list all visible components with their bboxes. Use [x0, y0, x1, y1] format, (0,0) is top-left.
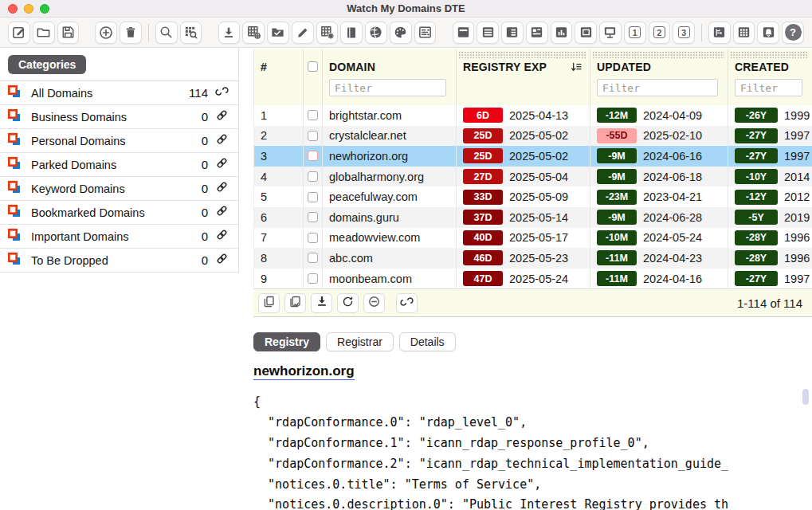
unlink-button[interactable]: [396, 293, 418, 313]
folder-open-icon: [36, 25, 51, 40]
created-filter-input[interactable]: [735, 79, 802, 96]
view-2-button[interactable]: 2: [649, 22, 671, 44]
open-folder-button[interactable]: [33, 22, 55, 44]
column-drag-handle[interactable]: [458, 51, 586, 58]
view-3-button[interactable]: 3: [673, 22, 695, 44]
help-button[interactable]: ?: [782, 22, 804, 44]
link-icon[interactable]: [215, 204, 229, 221]
column-header-registry-exp[interactable]: REGISTRY EXP: [457, 49, 590, 105]
column-drag-handle[interactable]: [730, 51, 809, 58]
sort-descending-icon[interactable]: [570, 61, 583, 77]
globe-button[interactable]: [365, 22, 387, 44]
link-icon[interactable]: [215, 180, 229, 197]
layout-side-button[interactable]: [501, 22, 524, 44]
table-row[interactable]: 5 peacefulway.com 33D2025-05-09 -23M2023…: [253, 186, 812, 207]
category-item[interactable]: Bookmarked Domains 0: [0, 201, 238, 225]
column-header-updated[interactable]: UPDATED: [590, 49, 728, 105]
category-item[interactable]: All Domains 114: [0, 81, 238, 105]
copy-button[interactable]: [258, 293, 280, 313]
notebook-button[interactable]: [340, 22, 363, 44]
detail-scrollbar-thumb[interactable]: [802, 389, 809, 405]
workstation-button[interactable]: [599, 22, 622, 44]
row-checkbox[interactable]: [308, 110, 318, 120]
table-row[interactable]: 4 globalharmony.org 27D2025-05-04 -9M202…: [253, 167, 812, 187]
table-row[interactable]: 8 abc.com 46D2025-05-23 -11M2024-04-23 -…: [253, 248, 812, 269]
domain-cell[interactable]: domains.guru: [323, 207, 457, 228]
layout-chart-button[interactable]: [551, 22, 573, 44]
palette-button[interactable]: [390, 22, 412, 44]
link-icon[interactable]: [215, 228, 229, 245]
tab-registrar[interactable]: Registrar: [326, 332, 394, 351]
domain-link[interactable]: newhorizon.org: [253, 363, 355, 380]
row-checkbox[interactable]: [308, 253, 318, 263]
form-list-button[interactable]: [414, 22, 437, 44]
add-domain-button[interactable]: [95, 22, 117, 44]
domain-filter-input[interactable]: [329, 79, 446, 96]
edit-button[interactable]: [292, 22, 314, 44]
import-button[interactable]: [218, 22, 241, 44]
column-header-domain[interactable]: DOMAIN: [323, 49, 457, 105]
link-icon[interactable]: [215, 108, 229, 125]
folder-check-button[interactable]: [267, 22, 289, 44]
export-button[interactable]: [311, 293, 332, 313]
row-checkbox[interactable]: [308, 212, 318, 222]
alerts-button[interactable]: [757, 22, 779, 44]
domain-cell[interactable]: abc.com: [323, 248, 457, 269]
layout-calendar-button[interactable]: [453, 22, 475, 44]
remove-button[interactable]: [363, 293, 385, 313]
table-row[interactable]: 9 moonbeam.com 47D2025-05-24 -11M2024-04…: [253, 269, 812, 289]
column-drag-handle[interactable]: [592, 51, 724, 58]
domain-cell[interactable]: peacefulway.com: [323, 186, 457, 207]
row-checkbox[interactable]: [308, 192, 318, 202]
table-add-button[interactable]: [242, 22, 265, 44]
row-checkbox[interactable]: [308, 273, 318, 284]
copy-check-button[interactable]: [284, 293, 306, 313]
category-item[interactable]: Important Domains 0: [0, 225, 238, 249]
domain-cell[interactable]: meadowview.com: [323, 228, 457, 249]
delete-domain-button[interactable]: [120, 22, 142, 44]
tab-registry[interactable]: Registry: [253, 332, 320, 351]
column-header-created[interactable]: CREATED: [728, 49, 812, 105]
layout-split-button[interactable]: [526, 22, 548, 44]
column-tree-button[interactable]: [708, 22, 731, 44]
layout-rows-button[interactable]: [477, 22, 499, 44]
updated-filter-input[interactable]: [597, 79, 718, 96]
domain-cell[interactable]: crystalclear.net: [323, 126, 457, 147]
unlink-icon[interactable]: [215, 84, 229, 101]
search-button[interactable]: [155, 22, 178, 44]
row-checkbox[interactable]: [308, 131, 318, 141]
save-button[interactable]: [57, 22, 80, 44]
column-header-num[interactable]: #: [254, 49, 304, 105]
category-item[interactable]: Parked Domains 0: [0, 153, 238, 177]
domain-cell[interactable]: newhorizon.org: [323, 146, 457, 167]
table-row[interactable]: 6 domains.guru 37D2025-05-14 -9M2024-06-…: [253, 207, 812, 228]
category-item[interactable]: Keyword Domains 0: [0, 177, 238, 201]
compose-button[interactable]: [8, 22, 30, 44]
category-item[interactable]: Business Domains 0: [0, 105, 238, 129]
select-all-checkbox[interactable]: [308, 61, 318, 72]
link-icon[interactable]: [215, 132, 229, 149]
layout-image-button[interactable]: [575, 22, 597, 44]
table-settings-button[interactable]: [316, 22, 339, 44]
tab-details[interactable]: Details: [399, 332, 456, 351]
column-header-select[interactable]: [304, 49, 323, 105]
row-checkbox[interactable]: [308, 151, 318, 161]
domain-cell[interactable]: brightstar.com: [323, 105, 457, 126]
table-row[interactable]: 1 brightstar.com 6D2025-04-13 -12M2024-0…: [253, 105, 812, 126]
row-checkbox[interactable]: [308, 233, 318, 243]
column-grid-button[interactable]: [733, 22, 755, 44]
table-row[interactable]: 3 newhorizon.org 25D2025-05-02 -9M2024-0…: [253, 146, 812, 167]
category-item[interactable]: Personal Domains 0: [0, 129, 238, 153]
domain-cell[interactable]: globalharmony.org: [323, 167, 457, 187]
view-1-button[interactable]: 1: [624, 22, 646, 44]
refresh-button[interactable]: [337, 293, 359, 313]
table-row[interactable]: 2 crystalclear.net 25D2025-05-02 -55D202…: [253, 126, 812, 147]
row-checkbox[interactable]: [308, 171, 318, 182]
category-item[interactable]: To Be Dropped 0: [0, 249, 238, 273]
table-search-button[interactable]: [180, 22, 202, 44]
categories-header[interactable]: Categories: [8, 55, 86, 74]
domain-cell[interactable]: moonbeam.com: [323, 269, 457, 289]
table-row[interactable]: 7 meadowview.com 40D2025-05-17 -10M2024-…: [253, 228, 812, 249]
link-icon[interactable]: [215, 252, 229, 269]
link-icon[interactable]: [215, 156, 229, 173]
